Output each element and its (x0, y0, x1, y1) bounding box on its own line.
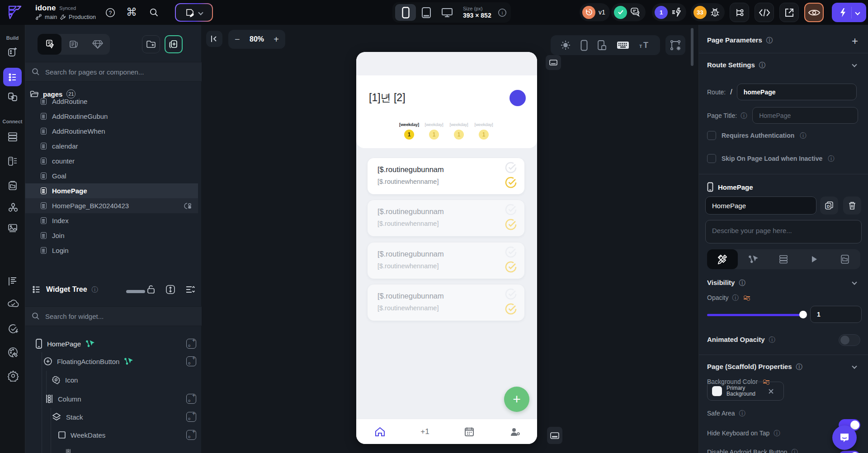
info-icon[interactable]: ⓘ (766, 37, 773, 43)
page-item[interactable]: AddRoutine (25, 94, 198, 109)
add-folder-button[interactable] (142, 35, 160, 53)
device-tablet-button[interactable] (416, 4, 437, 21)
scaffold-collapse[interactable] (852, 364, 857, 369)
opacity-value-input[interactable] (810, 306, 862, 323)
add-child-widget-button[interactable]: o (186, 430, 196, 440)
tab-actions[interactable] (738, 249, 769, 269)
weekday-column[interactable]: [weekday]1 (396, 122, 422, 140)
page-item-selected[interactable]: HomePage (25, 183, 198, 198)
tree-node-fab[interactable]: FloatingActionButton o (43, 357, 133, 366)
keyboard-icon[interactable] (617, 41, 629, 50)
phone-preview[interactable]: [1]년 [2] [weekday]1 [weekday]1 [weekday]… (356, 52, 537, 444)
expand-collapse-icon[interactable] (165, 285, 175, 294)
avatar[interactable] (509, 90, 526, 106)
branch-name[interactable]: main (45, 14, 57, 20)
info-icon[interactable]: ⓘ (732, 294, 738, 301)
ai-agent-button[interactable] (175, 3, 213, 22)
routine-card[interactable]: [$.routinegubunnam[$.routinewhenname] (368, 200, 524, 236)
page-description-input[interactable] (705, 220, 862, 243)
preview-eye-button[interactable] (804, 3, 824, 22)
rail-settings-icon[interactable] (7, 370, 19, 382)
pages-search-input[interactable] (44, 68, 180, 76)
rail-media-icon[interactable] (7, 223, 18, 234)
tab-design[interactable] (707, 249, 738, 269)
opacity-slider-track[interactable] (707, 314, 804, 316)
command-menu-button[interactable]: ⌘ (126, 6, 137, 19)
tree-node-column[interactable]: Column o (45, 394, 81, 404)
rail-app-state-icon[interactable] (7, 156, 18, 167)
page-item[interactable]: counter (25, 154, 198, 168)
tab-pages[interactable] (38, 34, 61, 55)
requires-auth-checkbox[interactable] (707, 131, 716, 140)
canvas-settings-button[interactable] (665, 35, 685, 55)
collapse-panel-button[interactable] (206, 31, 222, 47)
delete-page-button[interactable] (843, 196, 861, 215)
opacity-variable-icon[interactable] (744, 296, 750, 299)
search-button[interactable] (149, 8, 159, 17)
add-page-button[interactable] (165, 35, 183, 53)
page-item[interactable]: Index (25, 213, 198, 228)
run-options-chevron[interactable] (855, 10, 860, 15)
add-routine-fab[interactable]: + (504, 387, 529, 412)
float-toolbar-toggle[interactable] (546, 55, 561, 70)
device-phone-button[interactable] (395, 4, 416, 21)
rail-tests-icon[interactable] (7, 323, 19, 335)
rail-deploy-icon[interactable] (7, 299, 19, 308)
tree-node-icon[interactable]: Icon (52, 375, 78, 384)
add-child-widget-button[interactable]: o (186, 339, 196, 349)
light-mode-icon[interactable] (560, 40, 571, 51)
info-icon[interactable]: ⓘ (796, 364, 802, 370)
environment-name[interactable]: Production (69, 14, 96, 20)
rail-page-selector-active[interactable] (3, 68, 22, 86)
rail-add-widget-icon[interactable] (7, 47, 18, 57)
rail-storyboard-icon[interactable] (7, 276, 18, 287)
nav-plus1-item[interactable]: +1 (415, 419, 435, 444)
info-icon[interactable]: ⓘ (774, 430, 780, 436)
rail-files-icon[interactable] (7, 180, 18, 191)
open-preview-button[interactable] (779, 3, 799, 22)
canvas-scrollbar[interactable] (691, 28, 693, 66)
check-gray-icon[interactable] (505, 246, 517, 258)
add-child-widget-button[interactable]: o (186, 412, 196, 422)
device-switch-icon[interactable] (597, 40, 607, 51)
info-icon[interactable]: ⓘ (739, 410, 745, 416)
nav-home-icon[interactable] (370, 419, 390, 444)
info-icon[interactable]: ⓘ (828, 155, 834, 162)
chat-launcher-button[interactable] (832, 425, 857, 450)
tree-node-homepage[interactable]: HomePage o (35, 338, 94, 349)
check-gray-icon[interactable] (505, 161, 517, 174)
header-card[interactable]: [1]년 [2] [weekday]1 [weekday]1 [weekday]… (356, 52, 537, 148)
background-color-chip[interactable]: Primary Background (707, 382, 784, 401)
check-yellow-icon[interactable] (505, 303, 517, 315)
add-child-widget-button[interactable]: o (186, 394, 196, 404)
device-desktop-button[interactable] (437, 4, 458, 21)
page-item[interactable]: HomePage_BK20240423 (25, 198, 198, 213)
bottom-dock-toggle[interactable] (547, 427, 562, 444)
canvas[interactable]: − 80% + тT [1]년 [2] [we (202, 25, 698, 453)
tree-node-partial[interactable] (64, 448, 72, 453)
tree-options-icon[interactable] (185, 285, 195, 294)
tab-backend[interactable] (769, 249, 799, 269)
rail-integrations-icon[interactable] (7, 202, 19, 214)
check-gray-icon[interactable] (505, 203, 517, 216)
hide-keyboard-toggle[interactable] (839, 451, 860, 453)
size-info-icon[interactable]: i (498, 8, 507, 17)
copy-id-button[interactable]: D (820, 196, 838, 215)
run-button[interactable] (832, 3, 866, 22)
info-icon[interactable]: ⓘ (800, 132, 806, 139)
weekday-column[interactable]: [weekday]1 (446, 122, 472, 140)
text-scale-icon[interactable]: тT (639, 41, 651, 50)
skip-on-load-checkbox[interactable] (707, 154, 716, 163)
code-view-button[interactable] (755, 3, 774, 22)
check-yellow-icon[interactable] (505, 261, 517, 273)
rail-database-icon[interactable] (7, 131, 18, 142)
widget-tree-info-icon[interactable]: ⓘ (92, 286, 98, 293)
tree-node-weekdates[interactable]: WeekDates o (58, 431, 105, 439)
rail-theme-icon[interactable] (7, 346, 19, 358)
rail-components-icon[interactable] (7, 92, 18, 103)
weekday-column[interactable]: [weekday]1 (471, 122, 496, 140)
check-gray-icon[interactable] (505, 288, 517, 300)
add-child-widget-button[interactable]: o (186, 356, 196, 366)
routine-card[interactable]: [$.routinegubunnam[$.routinewhenname] (368, 158, 524, 194)
tab-responsive[interactable] (830, 249, 860, 269)
